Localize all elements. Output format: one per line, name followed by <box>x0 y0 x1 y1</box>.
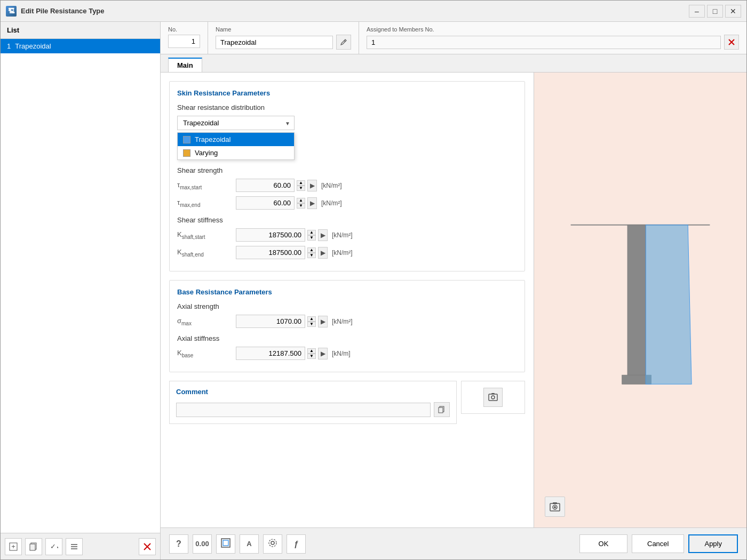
sigma-max-input[interactable] <box>236 315 305 328</box>
sidebar-item-name: Trapezoidal <box>15 42 51 50</box>
trapezoidal-color-box <box>183 136 190 143</box>
k-base-unit: [kN/m] <box>332 350 351 357</box>
zero-button[interactable]: 0.00 <box>193 534 212 554</box>
sidebar-header: List <box>1 22 160 39</box>
base-resistance-title: Base Resistance Parameters <box>177 288 517 296</box>
sigma-max-down[interactable]: ▼ <box>307 322 316 327</box>
no-input[interactable] <box>168 35 200 48</box>
dropdown-popup[interactable]: Trapezoidal Varying <box>177 132 295 160</box>
tau-max-end-spin: ▲ ▼ <box>297 198 305 209</box>
sidebar-footer: + ✓✓ <box>1 533 160 559</box>
view-button[interactable] <box>216 534 235 554</box>
app-icon: 🏗 <box>6 6 17 17</box>
tau-max-start-down[interactable]: ▼ <box>297 186 305 191</box>
k-shaft-end-up[interactable]: ▲ <box>307 247 316 253</box>
minimize-button[interactable]: – <box>689 5 705 18</box>
comment-input-row <box>176 402 450 417</box>
assigned-clear-button[interactable] <box>724 35 739 50</box>
k-shaft-start-input[interactable] <box>236 228 305 242</box>
base-resistance-section: Base Resistance Parameters Axial strengt… <box>169 280 525 372</box>
k-shaft-end-down[interactable]: ▼ <box>307 253 316 258</box>
name-label: Name <box>216 26 351 33</box>
k-base-arrow-button[interactable]: ▶ <box>318 348 328 359</box>
k-shaft-end-input-group: ▲ ▼ ▶ [kN/m²] <box>236 246 353 259</box>
k-shaft-start-down[interactable]: ▼ <box>307 235 316 241</box>
text-button[interactable]: A <box>240 534 259 554</box>
content-area: Skin Resistance Parameters Shear resista… <box>161 73 746 527</box>
k-shaft-start-label: Kshaft,start <box>177 230 236 240</box>
check-all-button[interactable]: ✓✓ <box>45 538 62 555</box>
k-shaft-start-up[interactable]: ▲ <box>307 230 316 235</box>
formula-button[interactable]: ƒ <box>287 534 306 554</box>
duplicate-button[interactable] <box>25 538 42 555</box>
sigma-max-arrow-button[interactable]: ▶ <box>318 316 328 327</box>
k-base-down[interactable]: ▼ <box>307 354 316 359</box>
k-shaft-start-arrow-button[interactable]: ▶ <box>318 229 328 241</box>
name-input[interactable] <box>216 36 333 49</box>
tab-main[interactable]: Main <box>168 58 202 72</box>
sidebar-item-number: 1 <box>7 42 11 50</box>
varying-color-box <box>183 149 190 157</box>
k-shaft-end-spin: ▲ ▼ <box>307 247 316 258</box>
k-base-input-group: ▲ ▼ ▶ [kN/m] <box>236 347 351 360</box>
no-label: No. <box>168 26 200 33</box>
k-shaft-end-input[interactable] <box>236 246 305 259</box>
cancel-button[interactable]: Cancel <box>632 534 684 553</box>
dropdown-option-varying[interactable]: Varying <box>178 146 294 159</box>
dropdown-option-trapezoidal[interactable]: Trapezoidal <box>178 133 294 146</box>
tau-max-end-arrow-button[interactable]: ▶ <box>307 197 317 209</box>
comment-copy-button[interactable] <box>434 402 450 417</box>
k-base-input[interactable] <box>236 347 305 360</box>
main-content: List 1 Trapezoidal + ✓✓ <box>1 22 746 559</box>
viz-screenshot-btn-container <box>545 497 565 517</box>
maximize-button[interactable]: □ <box>707 5 723 18</box>
tau-max-end-up[interactable]: ▲ <box>297 198 305 203</box>
screenshot-button[interactable] <box>483 388 503 407</box>
main-window: 🏗 Edit Pile Resistance Type – □ ✕ List 1… <box>0 0 747 560</box>
k-base-up[interactable]: ▲ <box>307 348 316 354</box>
settings-button[interactable] <box>263 534 282 554</box>
assigned-field-group: Assigned to Members No. <box>359 22 746 54</box>
bottom-tools: ? 0.00 A <box>169 534 306 554</box>
svg-line-10 <box>344 41 345 42</box>
svg-rect-20 <box>627 225 646 379</box>
close-button[interactable]: ✕ <box>725 5 741 18</box>
viz-screenshot-icon <box>549 501 561 513</box>
tau-max-end-down[interactable]: ▼ <box>297 203 305 209</box>
help-button[interactable]: ? <box>169 534 188 554</box>
viz-screenshot-button[interactable] <box>545 497 565 517</box>
sigma-max-spin: ▲ ▼ <box>307 316 316 327</box>
form-panel: Skin Resistance Parameters Shear resista… <box>161 73 534 527</box>
tau-max-start-up[interactable]: ▲ <box>297 180 305 186</box>
svg-rect-14 <box>439 407 443 413</box>
uncheck-icon <box>70 542 78 551</box>
help-icon: ? <box>176 539 181 549</box>
k-base-row: Kbase ▲ ▼ ▶ [kN/m] <box>177 347 517 360</box>
text-icon: A <box>247 540 251 548</box>
sigma-max-up[interactable]: ▲ <box>307 316 316 322</box>
tau-max-start-input-group: ▲ ▼ ▶ [kN/m²] <box>236 179 342 192</box>
shear-distribution-select[interactable]: Trapezoidal Varying <box>177 116 295 130</box>
ok-button[interactable]: OK <box>579 534 627 553</box>
sidebar-item[interactable]: 1 Trapezoidal <box>1 39 160 53</box>
k-shaft-end-arrow-button[interactable]: ▶ <box>318 247 328 259</box>
axial-strength-title: Axial strength <box>177 302 517 310</box>
svg-rect-3 <box>30 544 35 550</box>
titlebar: 🏗 Edit Pile Resistance Type – □ ✕ <box>1 1 746 22</box>
pile-diagram-svg <box>534 73 746 527</box>
delete-button[interactable] <box>139 538 156 555</box>
tau-max-end-input[interactable] <box>236 196 295 210</box>
uncheck-button[interactable] <box>66 538 83 555</box>
name-edit-button[interactable] <box>336 35 351 50</box>
sigma-max-input-group: ▲ ▼ ▶ [kN/m²] <box>236 315 353 328</box>
apply-button[interactable]: Apply <box>688 534 738 553</box>
tau-max-start-input[interactable] <box>236 179 295 192</box>
svg-point-26 <box>554 506 556 508</box>
k-shaft-start-row: Kshaft,start ▲ ▼ ▶ [kN/m²] <box>177 228 517 242</box>
window-controls: – □ ✕ <box>689 5 741 18</box>
tau-max-start-arrow-button[interactable]: ▶ <box>307 180 317 191</box>
zero-icon: 0.00 <box>195 540 209 548</box>
add-button[interactable]: + <box>5 538 22 555</box>
comment-dropdown[interactable] <box>176 403 431 417</box>
assigned-input[interactable] <box>367 36 721 49</box>
